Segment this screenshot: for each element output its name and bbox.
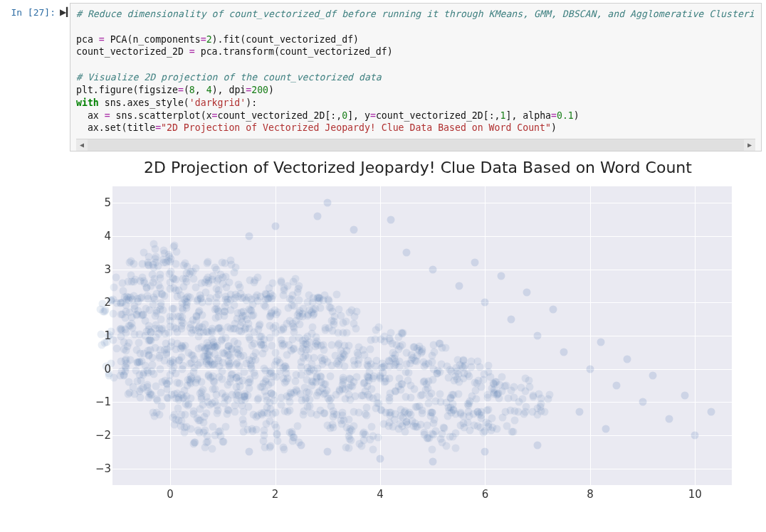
- horizontal-scrollbar[interactable]: ◀ ▶: [76, 139, 755, 151]
- y-tick: −1: [75, 395, 111, 408]
- cell-output: 2D Projection of Vectorized Jeopardy! Cl…: [70, 159, 766, 514]
- plot-area: [112, 186, 732, 485]
- y-tick: 1: [75, 329, 111, 342]
- scroll-left-icon[interactable]: ◀: [76, 139, 88, 151]
- y-tick: 4: [75, 230, 111, 243]
- y-tick: −2: [75, 429, 111, 442]
- y-tick: 5: [75, 196, 111, 209]
- y-tick: 3: [75, 263, 111, 276]
- x-tick: 2: [272, 488, 279, 501]
- code-editor[interactable]: # Reduce dimensionality of count_vectori…: [70, 3, 762, 151]
- x-tick: 8: [587, 488, 594, 501]
- code-comment: # Visualize 2D projection of the count_v…: [76, 72, 382, 83]
- scatter-chart: 0246810543210−1−2−3: [70, 179, 739, 514]
- x-tick: 0: [167, 488, 174, 501]
- chart-title: 2D Projection of Vectorized Jeopardy! Cl…: [70, 159, 766, 176]
- x-tick: 10: [688, 488, 702, 501]
- y-tick: 2: [75, 296, 111, 309]
- run-cell-icon[interactable]: ▶▎: [60, 3, 70, 17]
- scroll-right-icon[interactable]: ▶: [744, 139, 755, 151]
- code-cell: In [27]: ▶▎ # Reduce dimensionality of c…: [0, 0, 766, 154]
- scroll-track[interactable]: [88, 139, 744, 151]
- code-comment: # Reduce dimensionality of count_vectori…: [76, 9, 755, 19]
- x-tick: 4: [377, 488, 384, 501]
- cell-prompt: In [27]:: [0, 3, 60, 18]
- y-tick: −3: [75, 462, 111, 475]
- x-tick: 6: [482, 488, 489, 501]
- y-tick: 0: [75, 363, 111, 376]
